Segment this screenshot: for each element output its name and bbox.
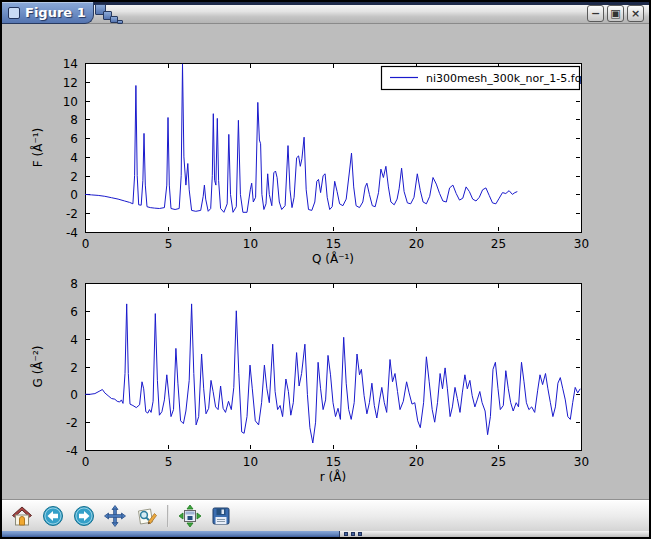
bottom-border-blue-bar bbox=[2, 531, 340, 537]
svg-text:5: 5 bbox=[165, 237, 173, 251]
figure-canvas[interactable]: 051015202530-4-202468101214Q (Å⁻¹)F (Å⁻¹… bbox=[2, 24, 649, 500]
svg-text:8: 8 bbox=[70, 113, 78, 127]
svg-text:30: 30 bbox=[574, 237, 589, 251]
svg-text:ni300mesh_300k_nor_1-5.fq: ni300mesh_300k_nor_1-5.fq bbox=[426, 72, 582, 85]
titlebar[interactable]: Figure 1 − ▣ × bbox=[2, 2, 649, 24]
svg-text:2: 2 bbox=[70, 170, 78, 184]
svg-text:12: 12 bbox=[63, 76, 78, 90]
svg-text:6: 6 bbox=[70, 305, 78, 319]
navigation-toolbar bbox=[2, 500, 649, 531]
svg-text:0: 0 bbox=[70, 188, 78, 202]
maximize-button[interactable]: ▣ bbox=[607, 5, 624, 22]
home-icon bbox=[10, 504, 34, 528]
pan-button[interactable] bbox=[103, 504, 127, 528]
svg-text:10: 10 bbox=[243, 237, 258, 251]
svg-text:20: 20 bbox=[409, 455, 424, 469]
minimize-button[interactable]: − bbox=[587, 5, 604, 22]
svg-text:10: 10 bbox=[63, 95, 78, 109]
g-of-r-chart: 051015202530-4-202468r (Å)G (Å⁻²) bbox=[2, 276, 649, 500]
svg-text:0: 0 bbox=[82, 455, 90, 469]
svg-text:-4: -4 bbox=[66, 444, 78, 458]
toolbar-separator bbox=[167, 505, 169, 527]
back-button[interactable] bbox=[41, 504, 65, 528]
zoom-button[interactable] bbox=[134, 504, 158, 528]
svg-text:4: 4 bbox=[70, 151, 78, 165]
svg-text:15: 15 bbox=[326, 455, 341, 469]
svg-text:Q (Å⁻¹): Q (Å⁻¹) bbox=[312, 251, 354, 266]
forward-button[interactable] bbox=[72, 504, 96, 528]
svg-text:14: 14 bbox=[63, 57, 78, 71]
svg-text:4: 4 bbox=[70, 333, 78, 347]
save-icon bbox=[209, 504, 233, 528]
app-icon bbox=[8, 7, 20, 19]
close-button[interactable]: × bbox=[627, 5, 644, 22]
window-resize-border[interactable] bbox=[2, 531, 649, 537]
svg-text:5: 5 bbox=[165, 455, 173, 469]
svg-text:0: 0 bbox=[82, 237, 90, 251]
save-button[interactable] bbox=[209, 504, 233, 528]
back-icon bbox=[41, 504, 65, 528]
title-tab: Figure 1 bbox=[2, 2, 94, 24]
svg-text:-4: -4 bbox=[66, 226, 78, 240]
forward-icon bbox=[72, 504, 96, 528]
svg-text:10: 10 bbox=[243, 455, 258, 469]
svg-text:8: 8 bbox=[70, 277, 78, 291]
svg-text:G (Å⁻²): G (Å⁻²) bbox=[30, 346, 45, 388]
subplots-icon bbox=[178, 504, 202, 528]
svg-text:30: 30 bbox=[574, 455, 589, 469]
svg-text:-2: -2 bbox=[66, 207, 78, 221]
home-button[interactable] bbox=[10, 504, 34, 528]
configure-subplots-button[interactable] bbox=[178, 504, 202, 528]
bottom-border-deco-square bbox=[344, 532, 348, 536]
window-title: Figure 1 bbox=[25, 6, 86, 19]
f-of-q-chart: 051015202530-4-202468101214Q (Å⁻¹)F (Å⁻¹… bbox=[2, 24, 649, 276]
window-controls: − ▣ × bbox=[587, 5, 644, 22]
svg-text:F (Å⁻¹): F (Å⁻¹) bbox=[30, 128, 45, 167]
figure-window: Figure 1 − ▣ × 051015202530-4-2024681012… bbox=[0, 0, 651, 539]
bottom-border-deco-square bbox=[358, 532, 362, 536]
svg-text:25: 25 bbox=[491, 237, 506, 251]
pan-arrows-icon bbox=[103, 504, 127, 528]
svg-text:20: 20 bbox=[409, 237, 424, 251]
svg-text:6: 6 bbox=[70, 132, 78, 146]
svg-text:2: 2 bbox=[70, 361, 78, 375]
bottom-border-deco-square bbox=[351, 532, 355, 536]
svg-text:0: 0 bbox=[70, 388, 78, 402]
svg-text:-2: -2 bbox=[66, 416, 78, 430]
svg-text:r (Å): r (Å) bbox=[320, 469, 346, 484]
svg-text:15: 15 bbox=[326, 237, 341, 251]
zoom-rect-icon bbox=[134, 504, 158, 528]
svg-text:25: 25 bbox=[491, 455, 506, 469]
